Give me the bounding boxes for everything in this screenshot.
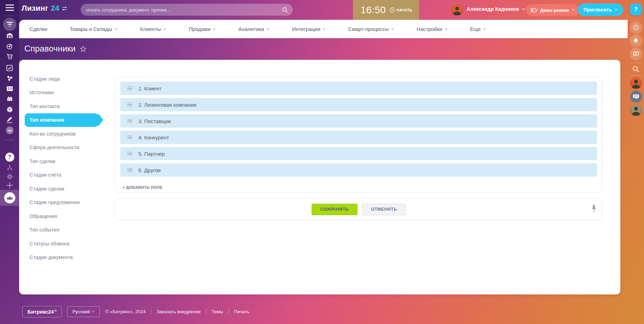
messenger-button[interactable] [628,48,644,60]
row-label: 5. Партнер [138,151,165,157]
footer-divider [206,309,206,314]
nav-item-settings[interactable]: Настройки [417,26,448,32]
menu-item-deal-type[interactable]: Тип сделки [25,154,110,168]
nav-item-integrations[interactable]: Интеграции [292,26,326,32]
drag-handle-icon[interactable] [127,152,132,156]
list-item[interactable]: 4. Конкурент [120,131,597,144]
footer-link-themes[interactable]: Темы [211,309,223,314]
person-photo [451,4,463,16]
list-item[interactable]: 3. Поставщик [120,114,597,128]
reg-mark: ◎ [54,309,57,312]
drag-handle-icon[interactable] [127,103,132,107]
nav-item-analytics[interactable]: Аналитика [238,26,269,32]
sidebar-item-products[interactable] [0,106,19,113]
sidebar-item-network[interactable] [0,74,19,82]
question-icon: ? [630,3,642,15]
chevron-down-icon [266,28,270,30]
bitrix24-logo-button[interactable]: Битрикс24◎ [22,306,62,317]
footer-link-implementation[interactable]: Заказать внедрение [156,309,201,314]
menu-item-event-type[interactable]: Тип события [25,223,110,237]
crm-funnel-icon [3,18,16,31]
favorite-star-icon[interactable] [80,46,86,52]
nav-item-more[interactable]: Еще [470,26,486,32]
menu-item-deal-stages[interactable]: Стадии сделки [25,182,110,196]
row-label: 3. Поставщик [138,118,171,124]
list-item[interactable]: 2. Лизинговая компания [120,98,597,111]
rail-divider [630,75,641,75]
rail-settings-button[interactable] [0,173,19,180]
rail-market-button[interactable] [0,190,19,206]
demo-mode-button[interactable]: Демо-режим [526,4,580,16]
cancel-button[interactable]: ОТМЕНИТЬ [362,204,406,215]
play-circle-icon [389,7,395,13]
add-field-button[interactable]: + ДОБАВИТЬ ПОЛЕ [122,185,162,189]
drag-handle-icon[interactable] [127,168,132,172]
company-type-list: 1. Клиент 2. Лизинговая компания 3. Пост… [115,76,602,193]
sidebar-item-tasks[interactable] [0,64,19,72]
sidebar-item-sign[interactable] [0,116,19,124]
user-name: Александр Кадников [467,6,519,12]
start-workday-button[interactable]: НАЧАТЬ [389,7,412,13]
nav-label: Еще [470,26,481,32]
chevron-down-icon [322,28,326,30]
pin-icon[interactable] [591,204,596,213]
cart-icon [6,53,14,60]
user-menu[interactable]: Александр Кадников [467,6,525,12]
rail-search-button[interactable] [628,65,644,73]
search-icon[interactable] [282,7,288,13]
list-item[interactable]: 6. Другое [120,163,597,177]
rail-expand-button[interactable] [0,126,19,135]
drag-handle-icon[interactable] [127,87,132,90]
nav-item-clients[interactable]: Клиенты [140,26,167,32]
search-input[interactable] [86,7,282,13]
menu-item-call-statuses[interactable]: Статусы обзвона [25,237,110,251]
sidebar-item-crm[interactable] [0,18,19,31]
group-chat-avatar[interactable] [628,91,644,103]
save-button[interactable]: СОХРАНИТЬ [312,204,357,215]
help-button[interactable]: ? [628,3,644,15]
language-select[interactable]: Русский [67,306,100,317]
rail-help-button[interactable]: ? [0,153,19,162]
menu-item-quote-stages[interactable]: Стадии предложения [25,196,110,210]
footer-link-print[interactable]: Печать [234,309,249,314]
menu-item-lead-stages[interactable]: Стадии лида [25,72,110,86]
app-logo[interactable]: Лизинг 24 [22,4,67,13]
sidebar-item-marketing[interactable] [0,42,19,50]
nav-item-goods[interactable]: Товары и Склады [70,26,118,32]
time-tracker-widget[interactable]: 16:50 НАЧАТЬ [353,0,419,20]
nav-label: Интеграции [292,26,321,32]
menu-item-industry[interactable]: Сфера деятельности [25,141,110,155]
rail-add-button[interactable] [0,182,19,189]
crown-icon [4,192,15,203]
sitemap-icon [6,164,13,171]
sidebar-item-contacts[interactable] [0,85,19,92]
menu-item-invoice-stages[interactable]: Стадии счёта [25,168,110,182]
hamburger-menu-button[interactable] [0,4,19,11]
list-item[interactable]: 1. Клиент [120,82,597,95]
list-item[interactable]: 5. Партнер [120,147,597,160]
rail-structure-button[interactable] [0,164,19,171]
sidebar-item-shop[interactable] [0,53,19,60]
time-history-button[interactable] [628,21,644,34]
rail-divider [630,20,641,20]
menu-item-document-stages[interactable]: Стадии документа [25,251,110,265]
menu-item-sources[interactable]: Источники [25,86,110,100]
invite-button[interactable]: Пригласить [578,3,623,16]
nav-item-sales[interactable]: Продажи [189,26,216,32]
recent-user-avatar[interactable] [628,104,644,116]
menu-item-company-type[interactable]: Тип компании [25,113,98,127]
task-check-icon [6,64,13,72]
menu-item-employees[interactable]: Кол-во сотрудников [25,127,110,141]
drag-handle-icon[interactable] [127,136,132,139]
menu-item-contact-type[interactable]: Тип контакта [25,99,110,113]
user-avatar[interactable] [451,4,463,16]
sidebar-item-robot[interactable] [0,95,19,103]
nav-item-deals[interactable]: Сделки [30,26,47,32]
drag-handle-icon[interactable] [127,119,132,123]
sidebar-item-warehouse[interactable] [0,32,19,39]
cube-icon [6,106,14,113]
recent-user-avatar[interactable] [628,77,644,89]
menu-item-appeals[interactable]: Обращения [25,209,110,223]
nav-item-smart-processes[interactable]: Смарт-процессы [348,26,394,32]
notifications-button[interactable] [628,34,644,47]
